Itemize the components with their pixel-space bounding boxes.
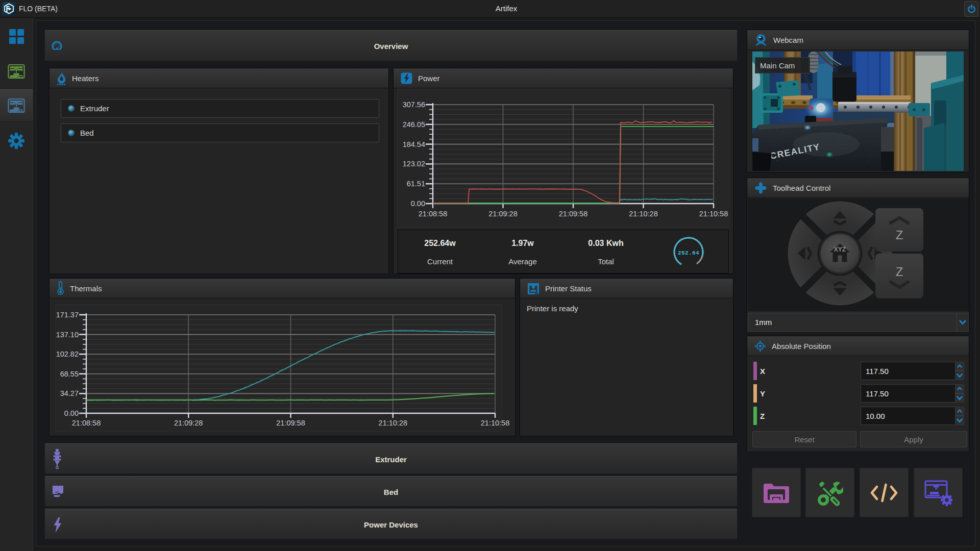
svg-text:61.51: 61.51: [407, 180, 425, 188]
svg-text:21:09:58: 21:09:58: [559, 210, 587, 218]
svg-text:123.02: 123.02: [403, 160, 425, 168]
svg-text:0.00: 0.00: [411, 199, 425, 208]
svg-text:252.64: 252.64: [678, 250, 699, 256]
svg-text:184.54: 184.54: [403, 140, 425, 148]
svg-text:137.10: 137.10: [56, 331, 79, 339]
svg-text:21:09:28: 21:09:28: [174, 419, 203, 427]
svg-text:21:09:58: 21:09:58: [276, 419, 305, 427]
svg-text:21:08:58: 21:08:58: [419, 210, 447, 218]
svg-text:Z: Z: [896, 265, 903, 279]
svg-text:34.27: 34.27: [60, 389, 79, 397]
svg-text:21:09:28: 21:09:28: [488, 210, 517, 218]
svg-text:21:10:28: 21:10:28: [629, 210, 657, 218]
svg-text:21:08:58: 21:08:58: [72, 419, 101, 427]
svg-text:21:10:28: 21:10:28: [379, 419, 407, 427]
svg-text:171.37: 171.37: [56, 311, 79, 319]
svg-text:21:10:58: 21:10:58: [699, 210, 728, 218]
svg-text:307.56: 307.56: [403, 101, 425, 109]
svg-text:246.05: 246.05: [403, 120, 425, 129]
svg-text:Z: Z: [896, 228, 903, 242]
svg-text:102.82: 102.82: [56, 350, 79, 358]
svg-text:21:10:58: 21:10:58: [481, 419, 509, 427]
svg-text:68.55: 68.55: [60, 370, 79, 378]
svg-text:XYZ: XYZ: [834, 246, 846, 253]
svg-text:0.00: 0.00: [64, 409, 79, 417]
